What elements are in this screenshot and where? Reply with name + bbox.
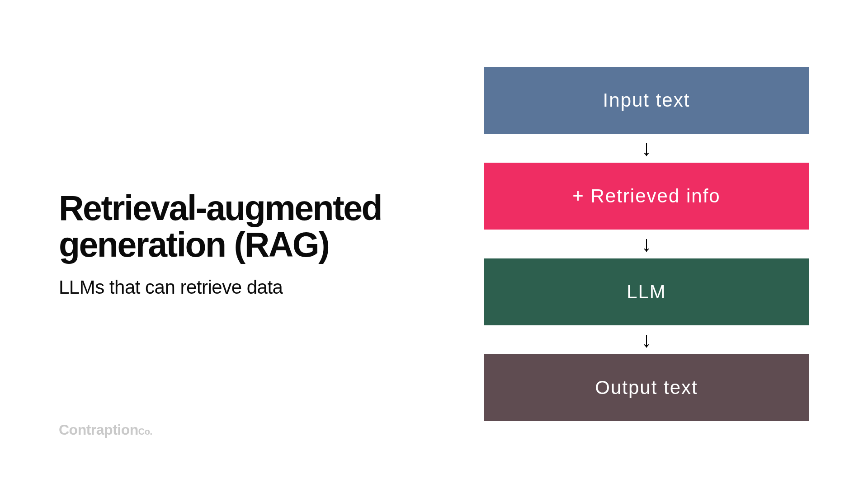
flow-box-input: Input text	[484, 67, 809, 134]
brand-suffix: Co.	[138, 427, 152, 436]
brand-name: Contraption	[59, 422, 138, 438]
diagram-container: Retrieval-augmented generation (RAG) LLM…	[0, 67, 868, 421]
arrow-down-icon: ↓	[641, 233, 652, 255]
arrow-down-icon: ↓	[641, 137, 652, 159]
flow-box-retrieved: + Retrieved info	[484, 163, 809, 230]
flow-diagram: Input text ↓ + Retrieved info ↓ LLM ↓ Ou…	[484, 67, 809, 421]
title-line-1: Retrieval-augmented	[59, 188, 382, 227]
arrow-down-icon: ↓	[641, 329, 652, 351]
page-subtitle: LLMs that can retrieve data	[59, 277, 393, 298]
flow-box-output: Output text	[484, 354, 809, 421]
page-title: Retrieval-augmented generation (RAG)	[59, 190, 393, 263]
title-line-2: generation (RAG)	[59, 225, 329, 264]
left-panel: Retrieval-augmented generation (RAG) LLM…	[59, 190, 393, 298]
brand-logo: ContraptionCo.	[59, 422, 152, 438]
flow-box-llm: LLM	[484, 258, 809, 325]
